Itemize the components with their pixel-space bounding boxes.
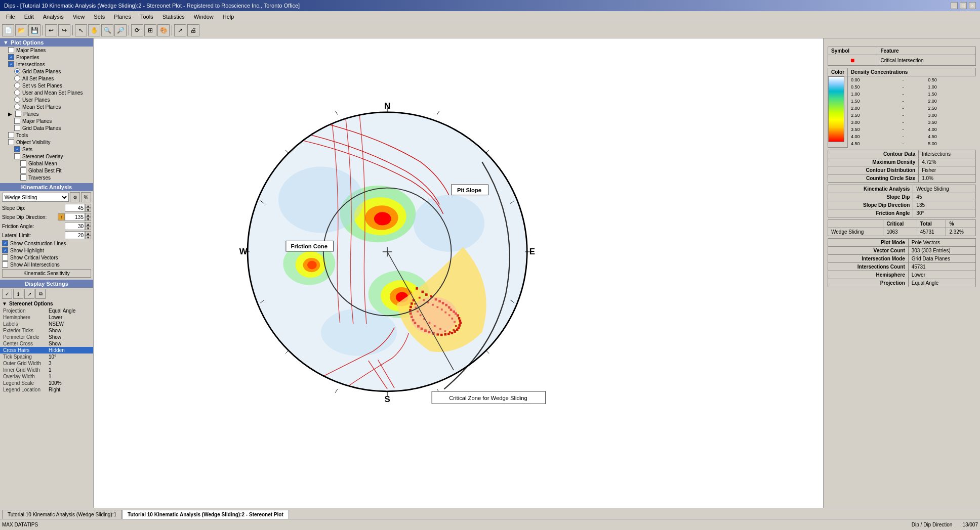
major-planes-checkbox[interactable] [8,47,14,53]
mean-set-radio[interactable] [14,104,20,110]
tree-user-mean-set[interactable]: User and Mean Set Planes [0,89,93,96]
menu-planes[interactable]: Planes [110,13,135,21]
friction-angle-spinner[interactable]: ▲ ▼ [85,222,91,230]
tree-user-planes[interactable]: User Planes [0,96,93,103]
disp-export-btn[interactable]: ↗ [24,289,34,299]
kinematic-type-dropdown[interactable]: Wedge Sliding [2,193,69,202]
menu-view[interactable]: View [69,13,89,21]
tab-2[interactable]: Tutorial 10 Kinematic Analysis (Wedge Sl… [122,510,289,519]
direction-icon[interactable]: ↑ [58,213,65,220]
traverses-checkbox[interactable] [20,174,26,181]
disp-check-btn[interactable]: ✓ [2,289,12,299]
tree-tools[interactable]: Tools [0,131,93,139]
show-all-checkbox[interactable] [2,261,8,268]
tree-sets[interactable]: ✓ Sets [0,146,93,153]
tools-checkbox[interactable] [8,132,14,138]
planes-checkbox[interactable] [15,111,21,117]
menu-statistics[interactable]: Statistics [158,13,189,21]
stereonet-plot[interactable]: N S E W [94,38,823,508]
menu-analysis[interactable]: Analysis [39,13,68,21]
save-btn[interactable]: 💾 [28,24,40,36]
tree-grid-data2[interactable]: Grid Data Planes [0,124,93,131]
tree-global-mean[interactable]: Global Mean [0,160,93,167]
show-highlight-checkbox[interactable]: ✓ [2,247,8,253]
tree-stereonet-overlay[interactable]: Stereonet Overlay [0,153,93,160]
show-construction-row[interactable]: ✓ Show Construction Lines [0,240,93,247]
major-planes2-checkbox[interactable] [14,118,20,124]
slope-dip-dir-spinner[interactable]: ▲ ▼ [85,213,91,221]
slope-dip-spinner[interactable]: ▲ ▼ [85,204,91,212]
menu-file[interactable]: File [2,13,19,21]
tree-global-best-fit[interactable]: Global Best Fit [0,167,93,174]
tree-set-vs-set[interactable]: Set vs Set Planes [0,82,93,89]
undo-btn[interactable]: ↩ [45,24,57,36]
window-controls[interactable]: _ □ × [951,2,976,9]
open-btn[interactable]: 📂 [15,24,27,36]
obj-vis-checkbox[interactable] [8,139,14,145]
show-all-row[interactable]: Show All Intersections [0,261,93,268]
grid-btn[interactable]: ⊞ [144,24,156,36]
menu-tools[interactable]: Tools [136,13,157,21]
maximize-btn[interactable]: □ [960,2,967,9]
tree-properties[interactable]: ✓ Properties [0,54,93,61]
cross-hairs-row[interactable]: Cross Hairs Hidden [0,347,93,354]
menu-help[interactable]: Help [219,13,238,21]
tree-obj-visibility[interactable]: Object Visibility [0,139,93,146]
all-set-radio[interactable] [14,75,20,81]
lateral-limit-up[interactable]: ▲ [85,231,91,235]
export-btn[interactable]: ↗ [174,24,186,36]
lateral-limit-spinner[interactable]: ▲ ▼ [85,231,91,239]
friction-angle-up[interactable]: ▲ [85,222,91,226]
tab-1[interactable]: Tutorial 10 Kinematic Analysis (Wedge Sl… [2,510,122,519]
kin-chart-btn[interactable]: % [81,192,91,202]
tree-major-planes2[interactable]: Major Planes [0,117,93,124]
friction-angle-input[interactable] [65,222,85,230]
close-btn[interactable]: × [969,2,976,9]
pan-btn[interactable]: ✋ [88,24,100,36]
kin-settings-btn[interactable]: ⚙ [70,192,80,202]
slope-dip-input[interactable] [65,204,85,212]
disp-info-btn[interactable]: ℹ [13,289,23,299]
kinematic-analysis-header[interactable]: Kinematic Analysis [0,183,93,191]
grid-data-radio[interactable] [14,68,20,74]
intersections-checkbox[interactable]: ✓ [8,61,14,67]
kinematic-sensitivity-btn[interactable]: Kinematic Sensitivity [2,269,91,278]
slope-dip-down[interactable]: ▼ [85,208,91,212]
global-best-fit-checkbox[interactable] [20,167,26,173]
show-critical-checkbox[interactable] [2,254,8,260]
rotate-btn[interactable]: ⟳ [131,24,143,36]
tree-mean-set-planes[interactable]: Mean Set Planes [0,103,93,110]
slope-dip-up[interactable]: ▲ [85,204,91,208]
set-vs-set-radio[interactable] [14,82,20,89]
zoom-in-btn[interactable]: 🔍 [101,24,113,36]
menu-sets[interactable]: Sets [90,13,109,21]
minimize-btn[interactable]: _ [951,2,958,9]
print-btn[interactable]: 🖨 [187,24,199,36]
show-construction-checkbox[interactable]: ✓ [2,240,8,246]
new-btn[interactable]: 📄 [2,24,14,36]
tree-grid-data-planes[interactable]: Grid Data Planes [0,68,93,75]
lateral-limit-down[interactable]: ▼ [85,235,91,239]
redo-btn[interactable]: ↪ [58,24,70,36]
global-mean-checkbox[interactable] [20,160,26,166]
tree-traverses[interactable]: Traverses [0,174,93,181]
user-planes-radio[interactable] [14,97,20,103]
color-btn[interactable]: 🎨 [157,24,170,36]
disp-copy-btn[interactable]: ⧉ [35,289,46,299]
plot-options-header[interactable]: ▼ Plot Options [0,38,93,47]
slope-dip-dir-down[interactable]: ▼ [85,217,91,221]
user-mean-radio[interactable] [14,90,20,96]
lateral-limit-input[interactable] [65,231,85,239]
grid-data2-checkbox[interactable] [14,125,20,131]
display-settings-header[interactable]: Display Settings [0,280,93,288]
tree-intersections[interactable]: ✓ Intersections [0,61,93,68]
tree-all-set-planes[interactable]: All Set Planes [0,75,93,82]
menu-window[interactable]: Window [190,13,218,21]
sets-checkbox[interactable]: ✓ [14,146,20,152]
friction-angle-down[interactable]: ▼ [85,226,91,230]
slope-dip-dir-up[interactable]: ▲ [85,213,91,217]
stereonet-overlay-checkbox[interactable] [14,153,20,159]
stereonet-options-header[interactable]: ▼ Stereonet Options [0,300,93,307]
menu-edit[interactable]: Edit [20,13,38,21]
tree-major-planes[interactable]: Major Planes [0,47,93,54]
